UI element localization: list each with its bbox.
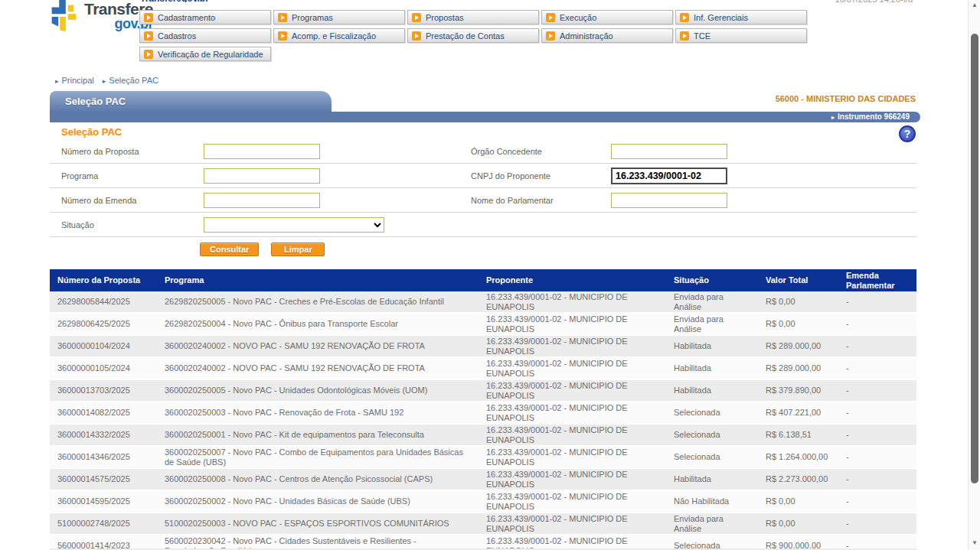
cell-programa: 2629820250004 - Novo PAC - Ônibus para T… — [157, 313, 479, 335]
table-row[interactable]: 51000002748/2025 5100020250003 - NOVO PA… — [50, 513, 916, 535]
transferegov-logo[interactable]: Transfere gov.br — [44, 0, 153, 34]
cell-situacao: Não Habilitada — [666, 490, 758, 513]
table-row[interactable]: 36000014595/2025 3600020250002 - Novo PA… — [50, 490, 916, 513]
cell-valor: R$ 1.264.000,00 — [758, 446, 838, 468]
programa-input[interactable] — [204, 168, 320, 184]
cell-valor: R$ 0,00 — [758, 513, 838, 535]
cell-valor: R$ 289.000,00 — [758, 335, 838, 357]
table-row[interactable]: 36000014082/2025 3600020250003 - Novo PA… — [50, 402, 916, 424]
orgao-concedente-input[interactable] — [611, 144, 727, 159]
col-header-valor-total: Valor Total — [758, 269, 838, 291]
cell-situacao: Selecionada — [666, 535, 758, 550]
transferegov-logo-icon — [44, 0, 81, 34]
cell-valor: R$ 0,00 — [758, 490, 838, 513]
menu-item-inf-gerenciais[interactable]: Inf. Gerenciais — [675, 10, 807, 24]
cell-valor: R$ 900.000,00 — [758, 535, 838, 550]
situacao-select[interactable] — [204, 217, 384, 233]
page-tab-title: Seleção PAC — [65, 96, 126, 107]
cell-situacao: Habilitada — [666, 379, 758, 402]
cell-emenda: - — [838, 402, 916, 424]
menu-item-label: Cadastramento — [158, 13, 215, 22]
cell-situacao: Selecionada — [666, 402, 758, 424]
scroll-down-icon[interactable]: ▼ — [969, 538, 980, 548]
cell-proposta: 36000014595/2025 — [50, 490, 157, 513]
numero-proposta-input[interactable] — [204, 144, 320, 159]
cell-proponente: 16.233.439/0001-02 - MUNICIPIO DE EUNAPO… — [479, 424, 666, 446]
table-row[interactable]: 36000000105/2024 3600020240002 - NOVO PA… — [50, 357, 916, 379]
cell-proposta: 36000000105/2024 — [50, 357, 157, 379]
cell-situacao: Selecionada — [666, 446, 758, 468]
instrument-bar: ▸Instrumento 966249 — [50, 112, 920, 122]
menu-item-acomp-fiscalizacao[interactable]: Acomp. e Fiscalização — [273, 28, 405, 43]
menu-item-tce[interactable]: TCE — [675, 28, 807, 43]
cell-programa: 5600020230042 - Novo PAC - Cidades Suste… — [157, 535, 479, 550]
transferegov-app: Transfere gov.br Transferegov.br 16/07/2… — [0, 0, 980, 550]
situacao-label: Situação — [61, 220, 94, 229]
cell-valor: R$ 0,00 — [758, 313, 838, 335]
menu-item-propostas[interactable]: Propostas — [407, 10, 539, 24]
clipped-header-text: Transferegov.br — [140, 0, 209, 2]
cell-programa: 3600020250003 - Novo PAC - Renovação de … — [157, 402, 479, 424]
breadcrumb-arrow-icon: ▸ — [103, 77, 106, 85]
cnpj-proponente-input[interactable] — [611, 168, 727, 184]
cell-proponente: 16.233.439/0001-02 - MUNICIPIO DE EUNAPO… — [479, 357, 666, 379]
form-row: Número da Proposta Órgão Concedente — [50, 139, 916, 164]
scrollbar[interactable]: ▲ ▼ — [968, 0, 980, 550]
cell-proposta: 36000000104/2024 — [50, 335, 157, 357]
nome-parlamentar-input[interactable] — [611, 193, 727, 208]
main-menu: Cadastramento Programas Propostas Execuç… — [139, 10, 807, 61]
menu-item-cadastramento[interactable]: Cadastramento — [139, 10, 271, 24]
cell-emenda: - — [838, 335, 916, 357]
breadcrumb-link-principal[interactable]: Principal — [62, 76, 94, 85]
limpar-button[interactable]: Limpar — [271, 242, 325, 256]
page-tab: Seleção PAC — [50, 91, 332, 112]
nome-parlamentar-label: Nome do Parlamentar — [471, 196, 554, 205]
cell-proposta: 36000014575/2025 — [50, 468, 157, 490]
table-header-row: Número da Proposta Programa Proponente S… — [50, 269, 916, 291]
cell-proponente: 16.233.439/0001-02 - MUNICIPIO DE EUNAPO… — [479, 490, 666, 513]
table-row[interactable]: 26298005844/2025 2629820250005 - Novo PA… — [50, 291, 916, 313]
menu-item-label: Programas — [292, 13, 333, 22]
cell-emenda: - — [838, 490, 916, 513]
table-row[interactable]: 36000013703/2025 3600020250005 - Novo PA… — [50, 379, 916, 402]
menu-item-label: Verificação de Regularidade — [158, 50, 263, 59]
table-row[interactable]: 26298006425/2025 2629820250004 - Novo PA… — [50, 313, 916, 335]
table-row[interactable]: 56000001414/2023 5600020230042 - Novo PA… — [50, 535, 916, 550]
cell-proposta: 26298006425/2025 — [50, 313, 157, 335]
table-row[interactable]: 36000014575/2025 3600020250008 - Novo PA… — [50, 468, 916, 490]
scrollbar-thumb[interactable] — [971, 34, 978, 483]
menu-item-cadastros[interactable]: Cadastros — [139, 28, 271, 43]
menu-item-label: Propostas — [426, 13, 464, 22]
menu-arrow-icon — [412, 31, 421, 41]
cell-programa: 3600020250007 - Novo PAC - Combo de Equi… — [157, 446, 479, 468]
cell-programa: 3600020240002 - NOVO PAC - SAMU 192 RENO… — [157, 357, 479, 379]
menu-item-programas[interactable]: Programas — [273, 10, 405, 24]
cell-proposta: 51000002748/2025 — [50, 513, 157, 535]
timestamp: 16/07/2025 14:20-f/a — [835, 0, 913, 4]
instrument-link[interactable]: ▸Instrumento 966249 — [831, 112, 910, 121]
menu-item-administracao[interactable]: Administração — [541, 28, 673, 43]
cell-programa: 3600020250008 - Novo PAC - Centros de At… — [157, 468, 479, 490]
menu-arrow-icon — [144, 31, 153, 41]
cell-emenda: - — [838, 513, 916, 535]
cell-proponente: 16.233.439/0001-02 - MUNICIPIO DE EUNAPO… — [479, 468, 666, 490]
scroll-up-icon[interactable]: ▲ — [969, 0, 980, 11]
cell-emenda: - — [838, 446, 916, 468]
menu-item-verificacao-regularidade[interactable]: Verificação de Regularidade — [139, 47, 271, 61]
consultar-button[interactable]: Consultar — [200, 242, 259, 256]
cell-programa: 2629820250005 - Novo PAC - Creches e Pré… — [157, 291, 479, 313]
instrument-label: Instrumento 966249 — [838, 112, 910, 121]
breadcrumb-link-selecao-pac[interactable]: Seleção PAC — [109, 76, 158, 85]
cell-programa: 3600020250002 - Novo PAC - Unidades Bási… — [157, 490, 479, 513]
menu-arrow-icon — [412, 13, 421, 22]
menu-item-prestacao-contas[interactable]: Prestação de Contas — [407, 28, 539, 43]
table-row[interactable]: 36000014346/2025 3600020250007 - Novo PA… — [50, 446, 916, 468]
numero-emenda-input[interactable] — [204, 193, 320, 208]
menu-item-execucao[interactable]: Execução — [541, 10, 673, 24]
table-row[interactable]: 36000000104/2024 3600020240002 - NOVO PA… — [50, 335, 916, 357]
menu-item-label: Cadastros — [158, 31, 196, 41]
col-header-situacao: Situação — [666, 269, 758, 291]
menu-arrow-icon — [144, 13, 153, 22]
filter-form: Número da Proposta Órgão Concedente Prog… — [50, 139, 916, 237]
table-row[interactable]: 36000014332/2025 3600020250001 - Novo PA… — [50, 424, 916, 446]
